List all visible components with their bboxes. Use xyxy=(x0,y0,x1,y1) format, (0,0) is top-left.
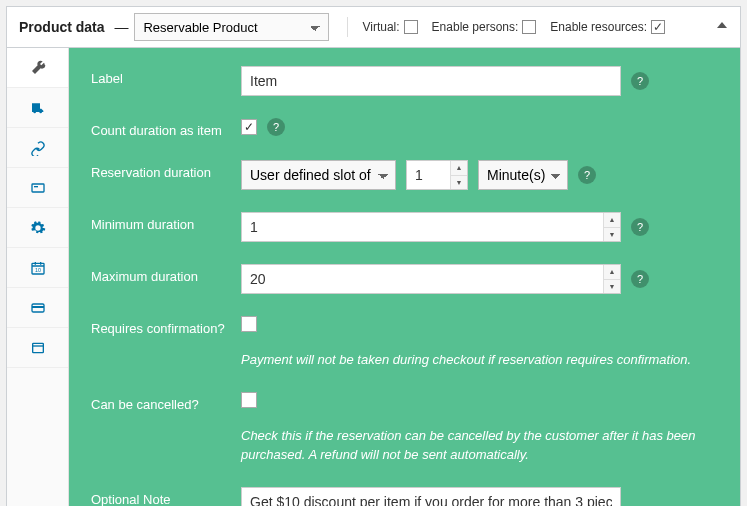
can-cancel-checkbox[interactable] xyxy=(241,392,257,408)
card-icon xyxy=(30,180,46,196)
gear-icon xyxy=(30,220,46,236)
svg-text:10: 10 xyxy=(35,267,41,273)
max-duration-caption: Maximum duration xyxy=(91,264,241,284)
svg-rect-5 xyxy=(32,306,44,308)
tab-attributes[interactable] xyxy=(7,168,68,208)
persons-checkbox[interactable] xyxy=(522,20,536,34)
requires-conf-checkbox[interactable] xyxy=(241,316,257,332)
row-optional-note: Optional Note xyxy=(91,487,716,507)
row-count-duration: Count duration as item ? xyxy=(91,118,716,138)
min-duration-input[interactable] xyxy=(241,212,621,242)
svg-rect-1 xyxy=(34,186,38,187)
optional-note-caption: Optional Note xyxy=(91,487,241,507)
window-icon xyxy=(30,340,46,356)
wrench-icon xyxy=(30,60,46,76)
min-duration-help[interactable]: ? xyxy=(631,218,649,236)
header-divider xyxy=(347,17,348,37)
tab-linked[interactable] xyxy=(7,128,68,168)
row-min-duration: Minimum duration ▲▼ ? xyxy=(91,212,716,242)
max-spinners[interactable]: ▲▼ xyxy=(603,265,620,293)
title-dash: — xyxy=(114,19,128,35)
can-cancel-caption: Can be cancelled? xyxy=(91,392,241,412)
count-duration-help[interactable]: ? xyxy=(267,118,285,136)
row-requires-confirmation: Requires confirmation? Payment will not … xyxy=(91,316,716,370)
reservation-duration-help[interactable]: ? xyxy=(578,166,596,184)
min-spinners[interactable]: ▲▼ xyxy=(603,213,620,241)
resources-option: Enable resources: xyxy=(550,20,665,34)
row-label: Label ? xyxy=(91,66,716,96)
duration-mode-select[interactable]: User defined slot of xyxy=(241,160,396,190)
min-duration-caption: Minimum duration xyxy=(91,212,241,232)
panel-title: Product data — xyxy=(19,19,134,35)
tab-settings[interactable] xyxy=(7,208,68,248)
tabs-sidebar: 10 xyxy=(7,48,69,506)
requires-conf-hint: Payment will not be taken during checkou… xyxy=(241,350,716,370)
duration-unit-select[interactable]: Minute(s) xyxy=(478,160,568,190)
tab-calendar[interactable]: 10 xyxy=(7,248,68,288)
row-can-cancel: Can be cancelled? Check this if the rese… xyxy=(91,392,716,465)
truck-icon xyxy=(30,100,46,116)
reservation-duration-caption: Reservation duration xyxy=(91,160,241,180)
panel-header: Product data — Reservable Product Virtua… xyxy=(7,7,740,48)
virtual-option: Virtual: xyxy=(362,20,417,34)
svg-rect-6 xyxy=(32,343,43,352)
persons-label: Enable persons: xyxy=(432,20,519,34)
row-max-duration: Maximum duration ▲▼ ? xyxy=(91,264,716,294)
count-duration-caption: Count duration as item xyxy=(91,118,241,138)
row-reservation-duration: Reservation duration User defined slot o… xyxy=(91,160,716,190)
virtual-checkbox[interactable] xyxy=(404,20,418,34)
panel-body: 10 Label ? Count duration as item xyxy=(7,48,740,506)
product-data-panel: Product data — Reservable Product Virtua… xyxy=(6,6,741,506)
persons-option: Enable persons: xyxy=(432,20,537,34)
qty-spinners[interactable]: ▲▼ xyxy=(450,161,467,189)
max-duration-input[interactable] xyxy=(241,264,621,294)
product-type-select[interactable]: Reservable Product xyxy=(134,13,329,41)
label-help[interactable]: ? xyxy=(631,72,649,90)
content-area: Label ? Count duration as item ? Reserva… xyxy=(69,48,740,506)
resources-label: Enable resources: xyxy=(550,20,647,34)
virtual-label: Virtual: xyxy=(362,20,399,34)
max-duration-help[interactable]: ? xyxy=(631,270,649,288)
tab-payment[interactable] xyxy=(7,288,68,328)
can-cancel-hint: Check this if the reservation can be can… xyxy=(241,426,716,465)
link-icon xyxy=(30,140,46,156)
title-text: Product data xyxy=(19,19,105,35)
tab-shipping[interactable] xyxy=(7,88,68,128)
collapse-toggle[interactable] xyxy=(710,13,734,37)
requires-conf-caption: Requires confirmation? xyxy=(91,316,241,336)
label-caption: Label xyxy=(91,66,241,86)
calendar-icon: 10 xyxy=(30,260,46,276)
label-input[interactable] xyxy=(241,66,621,96)
count-duration-checkbox[interactable] xyxy=(241,119,257,135)
resources-checkbox[interactable] xyxy=(651,20,665,34)
optional-note-input[interactable] xyxy=(241,487,621,507)
creditcard-icon xyxy=(30,300,46,316)
svg-rect-0 xyxy=(32,184,44,192)
tab-general[interactable] xyxy=(7,48,68,88)
tab-layout[interactable] xyxy=(7,328,68,368)
